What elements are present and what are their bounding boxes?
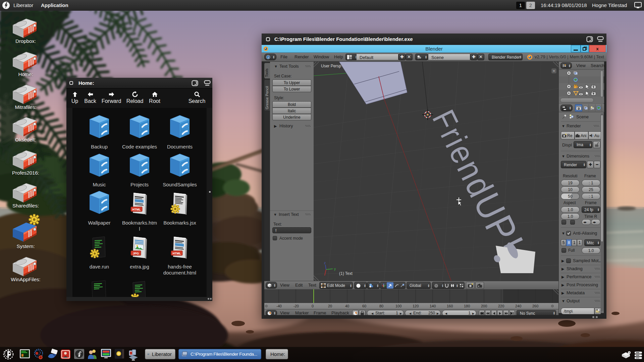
svg-text:User Persp: User Persp	[321, 64, 341, 68]
svg-text:i: i	[268, 56, 269, 59]
svg-text:+: +	[553, 69, 555, 73]
svg-text:y: y	[334, 267, 336, 271]
svg-text:z: z	[324, 261, 326, 265]
svg-text:(1) Text: (1) Text	[339, 271, 353, 276]
svg-text:FriendUP!: FriendUP!	[424, 101, 533, 261]
